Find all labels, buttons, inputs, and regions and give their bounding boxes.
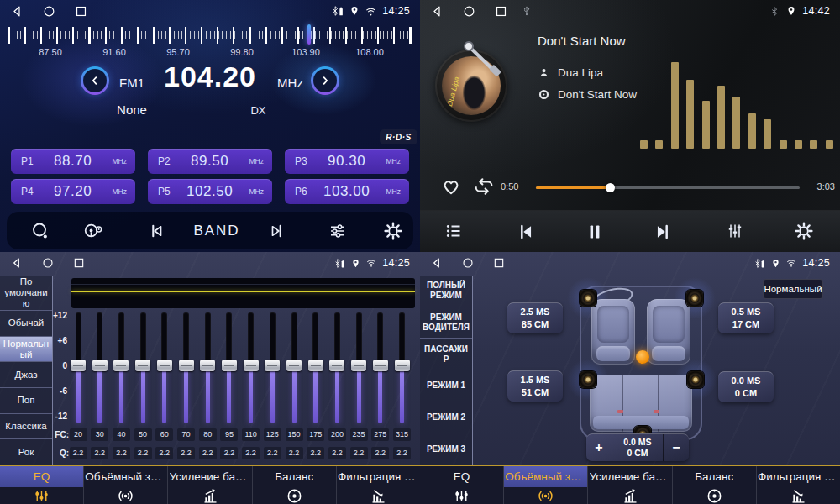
- eq-band-slider[interactable]: [92, 312, 108, 423]
- rear-right-delay-button[interactable]: 0.0 MS 0 CM: [718, 371, 774, 402]
- mode-item[interactable]: РЕЖИМ ВОДИТЕЛЯ: [420, 307, 472, 339]
- preset-button[interactable]: P5102.50MHz: [148, 179, 272, 204]
- slider-handle[interactable]: [286, 360, 302, 371]
- slider-handle[interactable]: [179, 360, 194, 371]
- slider-handle[interactable]: [113, 360, 129, 371]
- delay-decrease-button[interactable]: −: [663, 434, 689, 461]
- tab-balance[interactable]: Баланс: [673, 466, 757, 504]
- tab-balance[interactable]: Баланс: [253, 466, 337, 504]
- mode-item[interactable]: РЕЖИМ 3: [420, 433, 472, 465]
- rear-right-speaker-icon[interactable]: [687, 371, 704, 388]
- slider-handle[interactable]: [351, 360, 366, 371]
- preset-button[interactable]: P497.20MHz: [11, 179, 135, 204]
- preset-id: P4: [21, 186, 34, 197]
- progress-knob[interactable]: [606, 183, 615, 192]
- radio-stations-icon[interactable]: [83, 221, 103, 241]
- tab-eq[interactable]: EQ: [0, 466, 84, 504]
- front-right-delay-button[interactable]: 0.5 MS 17 CM: [718, 302, 774, 333]
- eq-band-slider[interactable]: [71, 312, 86, 423]
- eq-band-slider[interactable]: [222, 312, 237, 423]
- eq-band-slider[interactable]: [265, 312, 280, 423]
- playlist-icon[interactable]: [444, 221, 464, 241]
- slider-handle[interactable]: [244, 360, 259, 371]
- mode-item[interactable]: РЕЖИМ 1: [420, 370, 472, 402]
- nav-back-icon[interactable]: [10, 256, 24, 270]
- slider-handle[interactable]: [200, 360, 215, 371]
- pause-icon[interactable]: [584, 221, 606, 243]
- nav-recents-icon[interactable]: [494, 4, 508, 18]
- nav-recents-icon[interactable]: [72, 256, 86, 270]
- preset-button[interactable]: P390.30MHz: [285, 149, 409, 174]
- front-right-speaker-icon[interactable]: [686, 290, 703, 307]
- eq-band-slider[interactable]: [308, 312, 323, 423]
- preset-button[interactable]: P6103.00MHz: [285, 179, 409, 204]
- equalizer-icon[interactable]: [725, 221, 745, 241]
- position-preset-button[interactable]: Нормальный: [763, 279, 823, 299]
- nav-home-icon[interactable]: [462, 4, 476, 18]
- listening-position-dot[interactable]: [636, 350, 649, 364]
- nav-back-icon[interactable]: [430, 256, 444, 270]
- eq-band-slider[interactable]: [200, 312, 215, 423]
- tune-down-button[interactable]: [81, 66, 109, 95]
- eq-band-slider[interactable]: [329, 312, 344, 423]
- slider-handle[interactable]: [373, 360, 388, 371]
- mode-item[interactable]: ПАССАЖИР: [420, 339, 472, 370]
- front-left-delay-button[interactable]: 2.5 MS 85 CM: [507, 302, 563, 333]
- previous-station-icon[interactable]: [146, 221, 166, 241]
- next-track-icon[interactable]: [653, 221, 675, 243]
- slider-handle[interactable]: [395, 360, 410, 371]
- nav-recents-icon[interactable]: [492, 256, 506, 270]
- eq-band-slider[interactable]: [395, 312, 410, 423]
- repeat-icon[interactable]: [472, 175, 496, 198]
- mode-item[interactable]: РЕЖИМ 2: [420, 402, 472, 434]
- eq-band-slider[interactable]: [351, 312, 366, 423]
- slider-handle[interactable]: [71, 360, 86, 371]
- nav-home-icon[interactable]: [41, 256, 55, 270]
- eq-band-slider[interactable]: [179, 312, 194, 423]
- eq-band-slider[interactable]: [373, 312, 388, 423]
- mode-item[interactable]: ПОЛНЫЙ РЕЖИМ: [420, 276, 472, 307]
- preset-frequency: 88.70: [34, 153, 113, 170]
- next-station-icon[interactable]: [267, 221, 287, 241]
- eq-band-slider[interactable]: [113, 312, 129, 423]
- settings-gear-icon[interactable]: [794, 221, 814, 241]
- tab-filter[interactable]: Фильтрация ба...: [757, 466, 840, 504]
- preset-button[interactable]: P289.50MHz: [148, 149, 272, 174]
- nav-home-icon[interactable]: [461, 256, 475, 270]
- favorite-heart-icon[interactable]: [440, 176, 462, 197]
- nav-back-icon[interactable]: [10, 4, 24, 18]
- tab-bass[interactable]: Усиление басов: [588, 466, 672, 504]
- search-icon[interactable]: [30, 221, 50, 241]
- settings-gear-icon[interactable]: [383, 221, 403, 241]
- slider-handle[interactable]: [222, 360, 237, 371]
- band-button[interactable]: BAND: [190, 223, 244, 239]
- tune-up-button[interactable]: [311, 66, 339, 95]
- slider-handle[interactable]: [92, 360, 108, 371]
- slider-handle[interactable]: [157, 360, 172, 371]
- previous-track-icon[interactable]: [514, 221, 536, 243]
- slider-handle[interactable]: [135, 360, 150, 371]
- slider-handle[interactable]: [308, 360, 323, 371]
- rear-left-speaker-icon[interactable]: [580, 371, 596, 388]
- progress-bar[interactable]: [536, 186, 800, 189]
- tab-surround[interactable]: Объёмный звук: [504, 466, 588, 504]
- nav-back-icon[interactable]: [430, 4, 444, 18]
- tab-bass[interactable]: Усиление басов: [168, 466, 252, 504]
- tuner-settings-icon[interactable]: [328, 221, 348, 241]
- slider-handle[interactable]: [265, 360, 280, 371]
- eq-band-slider[interactable]: [244, 312, 259, 423]
- nav-recents-icon[interactable]: [74, 4, 88, 18]
- tab-filter[interactable]: Фильтрация ба...: [337, 466, 420, 504]
- eq-preset-item[interactable]: По умолчанию: [0, 276, 52, 311]
- rear-left-delay-button[interactable]: 1.5 MS 51 CM: [507, 370, 563, 402]
- nav-home-icon[interactable]: [42, 4, 56, 18]
- delay-increase-button[interactable]: +: [586, 434, 612, 461]
- front-left-speaker-icon[interactable]: [580, 290, 596, 307]
- eq-band-slider[interactable]: [157, 312, 172, 423]
- tab-eq[interactable]: EQ: [420, 466, 504, 504]
- tab-surround[interactable]: Объёмный звук: [84, 466, 168, 504]
- slider-handle[interactable]: [329, 360, 344, 371]
- eq-band-slider[interactable]: [135, 312, 150, 423]
- eq-band-slider[interactable]: [286, 312, 302, 423]
- preset-button[interactable]: P188.70MHz: [11, 149, 135, 174]
